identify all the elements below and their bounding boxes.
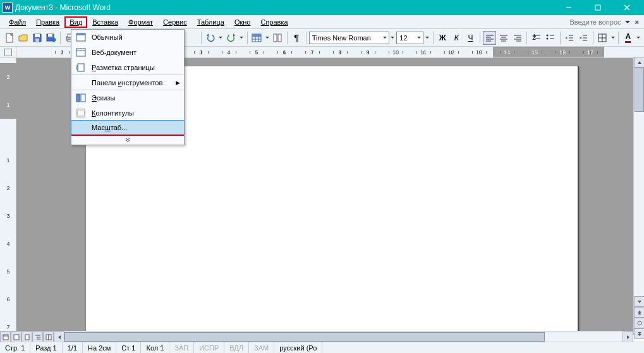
menu-expand-button[interactable] [71, 135, 184, 145]
table-dropdown[interactable] [264, 31, 270, 45]
app-icon: W [3, 3, 13, 13]
svg-rect-20 [278, 34, 281, 42]
bold-button[interactable]: Ж [436, 31, 449, 45]
status-ext[interactable]: ВДЛ [224, 342, 249, 354]
new-doc-button[interactable] [3, 31, 16, 45]
view-web-button[interactable] [11, 332, 21, 342]
svg-rect-1 [595, 5, 600, 10]
web-view-icon [75, 47, 87, 58]
scroll-thumb-v[interactable] [635, 68, 644, 112]
font-size-dropdown[interactable] [424, 31, 430, 45]
scroll-right-button[interactable] [623, 332, 633, 342]
scroll-thumb-h[interactable] [64, 332, 545, 342]
align-right-button[interactable] [511, 31, 524, 45]
bullet-list-button[interactable] [544, 31, 557, 45]
undo-dropdown[interactable] [218, 31, 224, 45]
indent-button[interactable] [577, 31, 590, 45]
close-button[interactable] [612, 0, 641, 15]
scroll-up-button[interactable] [634, 57, 644, 68]
menu-toolbars[interactable]: Панели инструментов ▶ [71, 75, 184, 90]
menu-format[interactable]: Формат [123, 16, 158, 28]
menu-zoom[interactable]: Масштаб... [71, 120, 185, 135]
menu-service[interactable]: Сервис [158, 16, 192, 28]
view-page-button[interactable] [21, 332, 32, 342]
status-section[interactable]: Разд 1 [30, 342, 62, 354]
italic-button[interactable]: К [450, 31, 463, 45]
svg-rect-61 [76, 33, 85, 35]
menu-file[interactable]: Файл [4, 16, 31, 28]
menu-window[interactable]: Окно [229, 16, 256, 28]
ruler-corner[interactable] [0, 47, 16, 58]
font-color-button[interactable]: А [621, 31, 635, 45]
save-as-button[interactable] [44, 31, 58, 45]
maximize-button[interactable] [583, 0, 612, 15]
status-lang[interactable]: русский (Ро [274, 342, 322, 354]
vertical-scrollbar[interactable] [633, 57, 644, 333]
help-dropdown-icon[interactable] [625, 21, 630, 23]
table-button[interactable] [250, 31, 264, 45]
menu-headers-footers[interactable]: Колонтитулы [71, 105, 184, 121]
columns-button[interactable] [271, 31, 284, 45]
svg-rect-69 [77, 109, 85, 111]
view-normal-button[interactable] [0, 332, 11, 342]
undo-button[interactable] [204, 31, 217, 45]
menu-insert[interactable]: Вставка [87, 16, 123, 28]
status-pages[interactable]: 1/1 [63, 342, 83, 354]
menu-help[interactable]: Справка [255, 16, 293, 28]
font-combo[interactable]: Times New Roman [309, 32, 389, 44]
redo-button[interactable] [224, 31, 238, 45]
status-ovr[interactable]: ЗАМ [249, 342, 274, 354]
horizontal-scrollbar[interactable] [0, 331, 633, 342]
status-at[interactable]: На 2см [83, 342, 116, 354]
help-search-input[interactable] [539, 16, 621, 27]
border-button[interactable] [596, 31, 609, 45]
status-page[interactable]: Стр. 1 [0, 342, 30, 354]
svg-rect-6 [35, 34, 40, 37]
font-color-dropdown[interactable] [635, 31, 641, 45]
next-page-button[interactable] [634, 328, 644, 339]
outdent-button[interactable] [562, 31, 576, 45]
show-marks-button[interactable]: ¶ [290, 31, 303, 45]
menu-page-layout-view[interactable]: Разметка страницы [71, 60, 184, 75]
svg-rect-65 [76, 65, 78, 70]
view-dropdown-menu: Обычный Веб-документ Разметка страницы П… [71, 29, 185, 145]
underline-button[interactable]: Ч [464, 31, 477, 45]
normal-view-icon [75, 32, 87, 43]
menu-bar: Файл Правка Вид Вставка Формат Сервис Та… [0, 15, 644, 29]
font-dropdown[interactable] [390, 31, 396, 45]
menu-view[interactable]: Вид [64, 16, 87, 28]
svg-point-37 [546, 34, 548, 36]
font-size-combo[interactable]: 12 [396, 32, 423, 44]
scroll-left-button[interactable] [54, 332, 64, 342]
vertical-ruler[interactable]: 2112345678 [0, 58, 16, 335]
page-layout-icon [75, 62, 87, 73]
view-reading-button[interactable] [43, 332, 54, 342]
minimize-button[interactable] [554, 0, 583, 15]
view-outline-button[interactable] [32, 332, 43, 342]
status-rec[interactable]: ЗАП [169, 342, 194, 354]
status-line[interactable]: Ст 1 [116, 342, 141, 354]
save-button[interactable] [30, 31, 44, 45]
align-left-button[interactable] [483, 31, 496, 45]
redo-dropdown[interactable] [238, 31, 245, 45]
status-rev[interactable]: ИСПР [194, 342, 224, 354]
menu-web-view[interactable]: Веб-документ [71, 45, 184, 60]
browse-object-button[interactable] [634, 318, 644, 328]
svg-point-38 [546, 37, 548, 39]
numbered-list-button[interactable]: 12 [530, 31, 543, 45]
menu-edit[interactable]: Правка [31, 16, 64, 28]
status-col[interactable]: Кол 1 [141, 342, 169, 354]
prev-page-button[interactable] [634, 307, 644, 318]
scroll-down-button[interactable] [634, 296, 644, 307]
svg-rect-7 [35, 39, 39, 42]
menu-normal-view[interactable]: Обычный [71, 30, 184, 45]
svg-rect-59 [49, 335, 51, 340]
svg-rect-19 [274, 34, 277, 42]
border-dropdown[interactable] [610, 31, 616, 45]
open-button[interactable] [16, 31, 30, 45]
document-close-button[interactable]: × [634, 18, 640, 26]
align-center-button[interactable] [497, 31, 510, 45]
menu-thumbnails[interactable]: Эскизы [71, 90, 184, 105]
headers-icon [75, 107, 87, 119]
menu-table[interactable]: Таблица [192, 16, 229, 28]
